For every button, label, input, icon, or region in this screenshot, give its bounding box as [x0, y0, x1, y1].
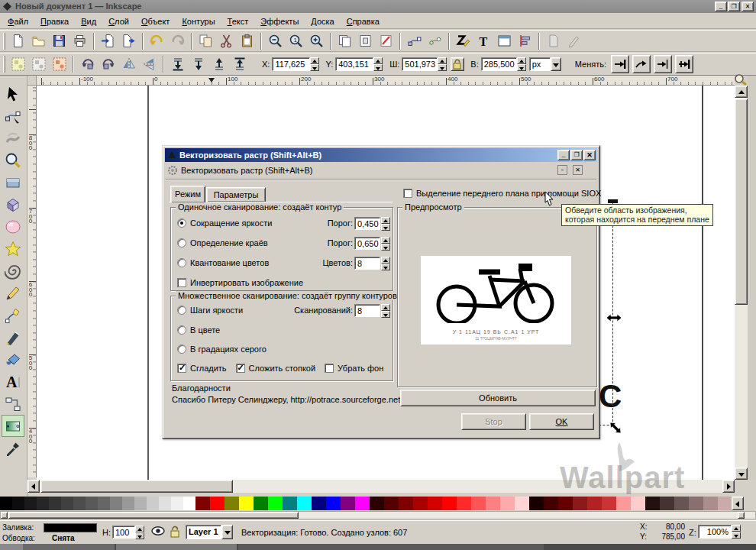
palette-swatch[interactable] — [73, 497, 86, 510]
layer-select[interactable]: Layer 1 — [186, 525, 221, 539]
palette-swatch[interactable] — [225, 497, 239, 510]
palette-swatch[interactable] — [110, 497, 122, 510]
palette-scrollbar-left[interactable] — [1, 512, 8, 519]
dialog-dock-button[interactable]: ▫ — [557, 165, 567, 175]
export-button[interactable] — [118, 31, 139, 51]
save-button[interactable] — [49, 31, 69, 51]
palette-swatch[interactable] — [718, 497, 732, 510]
redo-button[interactable] — [167, 31, 188, 51]
radio-color-quantization[interactable] — [177, 258, 186, 267]
menu-Вид[interactable]: Вид — [75, 15, 102, 28]
selC-button[interactable] — [49, 54, 69, 74]
layer-visibility-icon[interactable] — [151, 526, 165, 538]
palette-swatch[interactable] — [529, 497, 544, 510]
tobottom-button[interactable] — [167, 54, 188, 74]
nodesel2-button[interactable] — [425, 31, 445, 51]
tool-zoom[interactable] — [2, 149, 24, 171]
flipV-button[interactable] — [139, 54, 160, 74]
update-button[interactable]: Обновить — [400, 390, 596, 406]
palette-scrollbar[interactable] — [0, 511, 756, 519]
ruler-top[interactable]: -1000100200300400500600700 — [37, 76, 735, 86]
zpen-button[interactable] — [453, 31, 473, 51]
tool-text[interactable]: А — [2, 370, 24, 393]
edge-threshold-field[interactable]: 0,650 — [354, 237, 380, 250]
palette-swatch[interactable] — [544, 497, 558, 510]
palette-swatch[interactable] — [471, 497, 486, 510]
palette-swatch[interactable] — [98, 497, 110, 510]
palette-swatch[interactable] — [297, 497, 312, 510]
palette-swatch[interactable] — [500, 497, 515, 510]
tool-tweak[interactable] — [2, 127, 24, 149]
width-spinner[interactable] — [438, 57, 447, 71]
dialog-maximize-button[interactable]: ❐ — [570, 150, 583, 160]
copy-button[interactable] — [195, 31, 216, 51]
palette-swatch[interactable] — [355, 497, 370, 510]
print-button[interactable] — [69, 31, 90, 51]
palette-swatch[interactable] — [183, 497, 195, 510]
scroll-left-button[interactable] — [27, 480, 40, 493]
tool-pen[interactable] — [2, 304, 24, 326]
raise-button[interactable] — [208, 54, 229, 74]
stop-button[interactable]: Stop — [461, 413, 526, 430]
zoomin-button[interactable] — [306, 31, 327, 51]
layer-dropdown-arrow[interactable] — [221, 525, 233, 539]
stroke-value[interactable]: Снята — [52, 534, 75, 542]
scroll-down-button[interactable] — [735, 467, 748, 480]
palette-swatch[interactable] — [631, 497, 645, 510]
cut-button[interactable] — [216, 31, 237, 51]
zoom-field[interactable]: 100% — [698, 525, 732, 539]
tool-pencil[interactable] — [2, 282, 24, 304]
dialog-panel-close-button[interactable]: ✕ — [573, 165, 583, 175]
palette-swatch[interactable] — [413, 497, 428, 510]
selection-handle-top[interactable] — [608, 199, 618, 203]
width-field[interactable]: 501,973 — [402, 57, 438, 71]
tool-selector[interactable] — [2, 82, 24, 105]
radio-edge-detection[interactable] — [177, 238, 186, 247]
tdlg-button[interactable]: T — [473, 31, 494, 51]
menu-Файл[interactable]: Файл — [2, 15, 34, 28]
palette-swatch[interactable] — [239, 497, 254, 510]
palette-swatch[interactable] — [122, 497, 134, 510]
lock-ratio-button[interactable] — [451, 57, 464, 71]
y-spinner[interactable] — [373, 57, 383, 71]
import-button[interactable] — [98, 31, 118, 51]
edge-threshold-spinner[interactable] — [381, 237, 390, 251]
tab-mode[interactable]: Режим — [170, 186, 205, 202]
tool-node[interactable] — [2, 105, 24, 127]
opacity-spinner[interactable] — [135, 526, 144, 539]
wind-button[interactable] — [494, 31, 515, 51]
palette-swatch[interactable] — [147, 497, 159, 510]
palette-swatch[interactable] — [210, 497, 225, 510]
scroll-right-button[interactable] — [722, 480, 735, 493]
menu-Эффекты[interactable]: Эффекты — [254, 15, 305, 28]
scroll-thumb-horizontal[interactable] — [40, 480, 233, 493]
x-field[interactable]: 117,625 — [272, 57, 310, 71]
y-field[interactable]: 403,151 — [335, 57, 373, 71]
tool-ellipse[interactable] — [2, 215, 24, 238]
flipH-button[interactable] — [118, 54, 139, 74]
palette-swatch[interactable] — [195, 497, 210, 510]
palette-swatch[interactable] — [674, 497, 689, 510]
invert-image-checkbox[interactable] — [177, 278, 186, 287]
palette-swatch[interactable] — [689, 497, 703, 510]
palette-swatch[interactable] — [486, 497, 500, 510]
palette-scroll-left-button[interactable] — [732, 497, 744, 510]
palette-swatch[interactable] — [49, 497, 61, 510]
affect-mv4-button[interactable] — [675, 55, 693, 73]
palette-swatch[interactable] — [171, 497, 183, 510]
palette-swatch[interactable] — [384, 497, 399, 510]
tool-calligraphy[interactable] — [2, 326, 24, 348]
totop-button[interactable] — [229, 54, 250, 74]
radio-brightness-cutoff[interactable] — [177, 218, 186, 228]
palette-swatch[interactable] — [312, 497, 326, 510]
menu-Объект[interactable]: Объект — [135, 15, 176, 28]
stack-checkbox[interactable] — [236, 364, 245, 373]
page-button[interactable] — [8, 31, 28, 51]
palette-swatch[interactable] — [587, 497, 602, 510]
tool-gradient[interactable] — [2, 415, 24, 437]
clone-button[interactable] — [355, 31, 376, 51]
align-button[interactable] — [515, 31, 535, 51]
gray1-button[interactable] — [543, 31, 564, 51]
radio-brightness-steps[interactable] — [177, 306, 186, 315]
palette-swatch[interactable] — [341, 497, 355, 510]
